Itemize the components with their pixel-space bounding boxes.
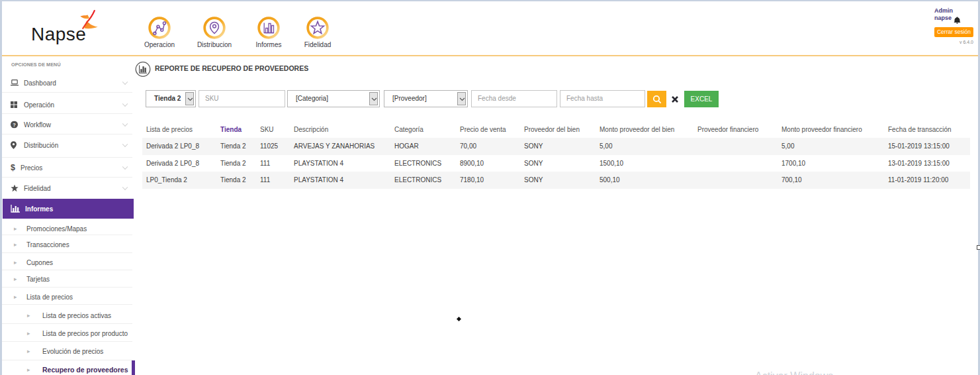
svg-text:?: ? xyxy=(13,122,16,128)
